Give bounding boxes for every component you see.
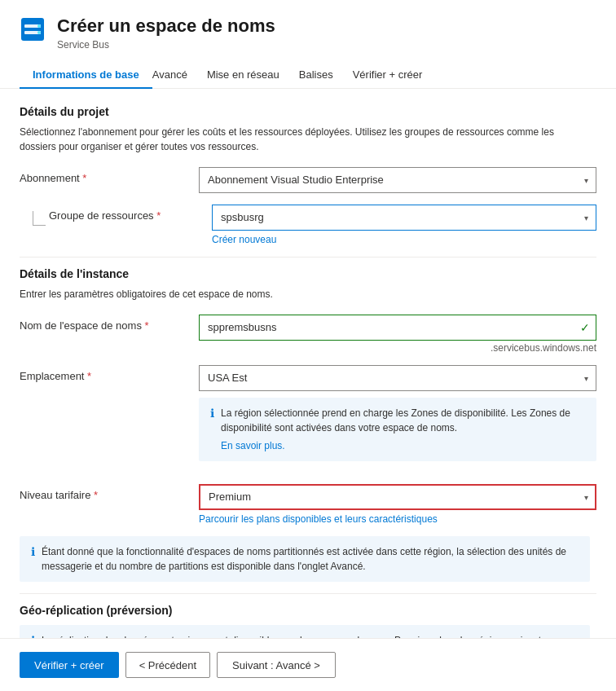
- subscription-select-wrapper: Abonnement Visual Studio Enterprise ▾: [199, 167, 596, 193]
- service-bus-icon: [20, 16, 46, 42]
- resource-group-label: Groupe de ressources *: [49, 205, 161, 222]
- location-info-text: La région sélectionnée prend en charge l…: [221, 407, 570, 434]
- namespace-name-input-wrapper: ✓: [199, 315, 596, 341]
- page-subtitle: Service Bus: [57, 39, 275, 51]
- resource-group-select[interactable]: spsbusrg: [212, 205, 596, 231]
- namespace-name-check-icon: ✓: [580, 321, 590, 334]
- namespace-name-input[interactable]: [199, 315, 596, 341]
- pricing-tier-required: *: [94, 489, 98, 501]
- partition-info-text: Étant donné que la fonctionnalité d'espa…: [42, 544, 579, 574]
- location-info-box: ℹ La région sélectionnée prend en charge…: [199, 398, 596, 461]
- location-required: *: [87, 370, 91, 382]
- namespace-name-suffix: .servicebus.windows.net: [199, 342, 596, 354]
- pricing-tier-select-wrapper: Premium ▾: [199, 484, 596, 510]
- pricing-tier-select[interactable]: Premium: [199, 484, 596, 510]
- pricing-tier-row: Niveau tarifaire * Premium ▾ Parcourir l…: [20, 484, 596, 525]
- namespace-name-required: *: [145, 319, 149, 332]
- resource-group-row: Groupe de ressources * spsbusrg ▾ Créer …: [33, 205, 596, 245]
- info-icon-location: ℹ: [210, 407, 214, 420]
- next-button[interactable]: Suivant : Avancé >: [217, 652, 336, 678]
- svg-rect-0: [21, 18, 44, 41]
- geo-replication-title: Géo-réplication (préversion): [20, 604, 596, 617]
- section-divider-2: [20, 593, 596, 594]
- info-icon-partition: ℹ: [31, 545, 35, 558]
- pricing-tier-label: Niveau tarifaire *: [20, 484, 199, 501]
- tab-tags[interactable]: Balises: [299, 62, 353, 89]
- previous-button[interactable]: < Précédent: [125, 652, 210, 678]
- section-divider-1: [20, 257, 596, 257]
- subscription-required: *: [82, 172, 86, 184]
- project-details-title: Détails du projet: [20, 105, 596, 118]
- create-new-resource-group-link[interactable]: Créer nouveau: [212, 234, 276, 245]
- instance-details-title: Détails de l'instance: [20, 267, 596, 280]
- location-label: Emplacement *: [20, 365, 199, 382]
- page-title: Créer un espace de noms: [57, 15, 275, 38]
- project-details-desc: Sélectionnez l'abonnement pour gérer les…: [20, 125, 574, 154]
- tab-review[interactable]: Vérifier + créer: [353, 62, 442, 89]
- tab-network[interactable]: Mise en réseau: [207, 62, 299, 89]
- resource-group-select-wrapper: spsbusrg ▾: [212, 205, 596, 231]
- verify-create-button[interactable]: Vérifier + créer: [20, 652, 119, 678]
- pricing-plans-link[interactable]: Parcourir les plans disponibles et leurs…: [199, 513, 438, 525]
- location-select[interactable]: USA Est: [199, 365, 596, 391]
- svg-point-3: [37, 24, 41, 28]
- subscription-label: Abonnement *: [20, 167, 199, 184]
- tab-bar: Informations de base Avancé Mise en rése…: [0, 54, 616, 89]
- location-learn-more-link[interactable]: En savoir plus.: [221, 438, 285, 453]
- svg-point-4: [37, 31, 41, 34]
- namespace-name-label: Nom de l'espace de noms *: [20, 315, 199, 332]
- footer: Vérifier + créer < Précédent Suivant : A…: [0, 638, 616, 691]
- resource-group-required: *: [156, 209, 161, 222]
- page-header: Créer un espace de noms Service Bus: [0, 0, 616, 51]
- tab-advanced[interactable]: Avancé: [152, 62, 207, 89]
- subscription-row: Abonnement * Abonnement Visual Studio En…: [20, 167, 596, 193]
- subscription-select[interactable]: Abonnement Visual Studio Enterprise: [199, 167, 596, 193]
- tab-basic[interactable]: Informations de base: [20, 62, 152, 89]
- namespace-name-row: Nom de l'espace de noms * ✓ .servicebus.…: [20, 315, 596, 354]
- form-content: Détails du projet Sélectionnez l'abonnem…: [0, 89, 616, 691]
- location-select-wrapper: USA Est ▾: [199, 365, 596, 391]
- location-row: Emplacement * USA Est ▾ ℹ La région séle…: [20, 365, 596, 473]
- instance-details-desc: Entrer les paramètres obligatoires de ce…: [20, 287, 574, 301]
- partition-info-box: ℹ Étant donné que la fonctionnalité d'es…: [20, 536, 590, 582]
